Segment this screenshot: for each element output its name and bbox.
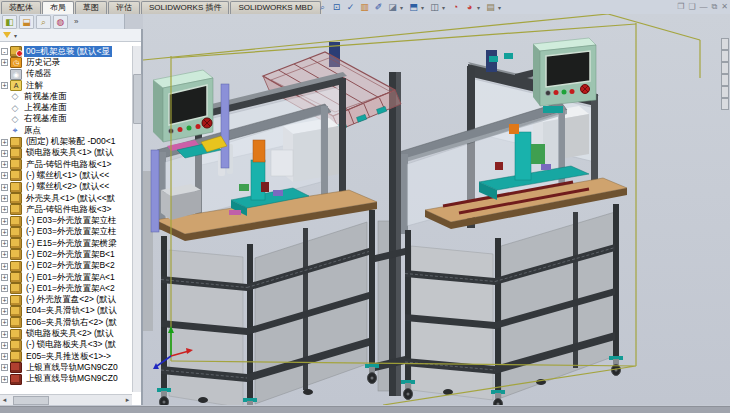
minimize-icon[interactable]: — bbox=[700, 2, 708, 12]
tree-expander[interactable]: + bbox=[1, 82, 8, 89]
filter-caret-icon[interactable]: ▾ bbox=[14, 32, 17, 39]
edit-appearance-icon[interactable]: ◕ bbox=[463, 1, 476, 13]
hide-show-items-icon[interactable]: ◔ bbox=[449, 1, 462, 13]
task-pane-tab-5[interactable] bbox=[721, 98, 729, 110]
tree-expander[interactable]: + bbox=[1, 139, 8, 146]
view-orientation-icon-dropdown[interactable]: ▾ bbox=[421, 4, 427, 11]
tree-item-2[interactable]: ◉传感器 bbox=[0, 69, 132, 80]
tree-vertical-scrollbar[interactable] bbox=[132, 46, 141, 392]
apply-scene-icon-dropdown[interactable]: ▾ bbox=[498, 4, 504, 11]
tree-item-9[interactable]: +锁电路板夹具<1> (默认 bbox=[0, 148, 132, 159]
tree-expander[interactable]: + bbox=[1, 297, 8, 304]
task-pane-tab-4[interactable] bbox=[721, 86, 729, 98]
tree-expander[interactable]: + bbox=[1, 353, 8, 360]
tree-item-20[interactable]: +(-) E01=外壳放置架A<1 bbox=[0, 272, 132, 283]
feature-tree-filter[interactable]: ▾ bbox=[0, 29, 141, 42]
tree-expander[interactable]: + bbox=[1, 285, 8, 292]
tree-item-14[interactable]: +产品-铸铝件电路板<3> bbox=[0, 204, 132, 215]
scrollbar-thumb[interactable] bbox=[133, 74, 142, 124]
tree-item-18[interactable]: +(-) E02=外壳放置架B<1 bbox=[0, 249, 132, 260]
command-tab-3[interactable]: 评估 bbox=[108, 1, 140, 14]
cascade-icon[interactable]: ❐ bbox=[677, 2, 684, 12]
tree-item-26[interactable]: +(-) 锁电路板夹具<3> (默 bbox=[0, 340, 132, 351]
tree-expander[interactable]: + bbox=[1, 150, 8, 157]
zoom-to-area-icon[interactable]: ⊡ bbox=[330, 1, 343, 13]
tree-item-0[interactable]: -00=机架总装 (默认<显 bbox=[0, 46, 132, 57]
tree-expander[interactable]: + bbox=[1, 251, 8, 258]
tree-item-8[interactable]: +(固定) 机架装配 -D00<1 bbox=[0, 136, 132, 147]
scroll-right-arrow[interactable]: ▸ bbox=[123, 396, 132, 404]
tree-item-11[interactable]: +(-) 螺丝机<1> (默认<< bbox=[0, 170, 132, 181]
toolbar-overflow-button[interactable]: » bbox=[74, 17, 78, 26]
insert-components-icon[interactable]: ⬓ bbox=[19, 15, 34, 29]
task-pane-tab-0[interactable] bbox=[721, 38, 729, 50]
tree-item-29[interactable]: +上银直线导轨MGN9CZ0 bbox=[0, 374, 132, 385]
assembly-scene[interactable] bbox=[143, 14, 730, 405]
tree-expander[interactable]: + bbox=[1, 364, 8, 371]
tree-expander[interactable]: + bbox=[1, 308, 8, 315]
tree-item-24[interactable]: +E06=夹具滑轨右<2> (默 bbox=[0, 317, 132, 328]
tree-expander[interactable]: + bbox=[1, 172, 8, 179]
tree-item-7[interactable]: ⌖原点 bbox=[0, 125, 132, 136]
tree-expander[interactable]: + bbox=[1, 184, 8, 191]
tree-item-16[interactable]: +(-) E03=外壳放置架立柱 bbox=[0, 227, 132, 238]
tree-item-10[interactable]: +产品-铸铝件电路板<1> bbox=[0, 159, 132, 170]
tree-expander[interactable]: + bbox=[1, 161, 8, 168]
command-tab-2[interactable]: 草图 bbox=[75, 1, 107, 14]
tree-expander[interactable]: - bbox=[1, 48, 8, 55]
tree-item-12[interactable]: +(-) 螺丝机<2> (默认<< bbox=[0, 182, 132, 193]
tree-expander[interactable]: + bbox=[1, 263, 8, 270]
tree-expander[interactable]: + bbox=[1, 342, 8, 349]
zoom-to-fit-icon[interactable]: ⌕ bbox=[316, 1, 329, 13]
tree-expander[interactable]: + bbox=[1, 274, 8, 281]
command-tab-5[interactable]: SOLIDWORKS MBD bbox=[230, 1, 320, 14]
close-icon[interactable]: ✕ bbox=[721, 2, 728, 12]
task-pane-tab-3[interactable] bbox=[721, 74, 729, 86]
component-preview-icon[interactable]: ⌕ bbox=[36, 15, 51, 29]
tree-item-1[interactable]: +◷历史记录 bbox=[0, 57, 132, 68]
tree-expander[interactable]: + bbox=[1, 218, 8, 225]
machine-station-right[interactable] bbox=[399, 38, 627, 405]
tree-item-17[interactable]: +(-) E15=外壳放置架横梁 bbox=[0, 238, 132, 249]
tree-item-22[interactable]: +(-) 外壳放置盘<2> (默认 bbox=[0, 295, 132, 306]
tree-expander[interactable]: + bbox=[1, 206, 8, 213]
tree-expander[interactable]: + bbox=[1, 331, 8, 338]
tree-expander[interactable]: + bbox=[1, 240, 8, 247]
estop-button-left[interactable] bbox=[202, 118, 212, 128]
apply-scene-icon[interactable]: ▤ bbox=[484, 1, 497, 13]
tree-expander[interactable]: + bbox=[1, 229, 8, 236]
tree-item-6[interactable]: ◇右视基准面 bbox=[0, 114, 132, 125]
tree-item-28[interactable]: +上银直线导轨MGN9CZ0 bbox=[0, 362, 132, 373]
sketch-icon[interactable]: ✐ bbox=[372, 1, 385, 13]
tree-item-25[interactable]: +锁电路板夹具<2> (默认 bbox=[0, 328, 132, 339]
scroll-left-arrow[interactable]: ◂ bbox=[0, 396, 9, 404]
tree-item-5[interactable]: ◇上视基准面 bbox=[0, 102, 132, 113]
tree-expander[interactable]: + bbox=[1, 59, 8, 66]
scrollbar-thumb[interactable] bbox=[13, 396, 49, 405]
task-pane-tab-2[interactable] bbox=[721, 62, 729, 74]
restore-icon[interactable]: ⧉ bbox=[712, 2, 718, 12]
tree-item-3[interactable]: +A注解 bbox=[0, 80, 132, 91]
tree-expander[interactable]: + bbox=[1, 195, 8, 202]
tree-item-15[interactable]: +(-) E03=外壳放置架立柱 bbox=[0, 215, 132, 226]
tree-expander[interactable]: + bbox=[1, 376, 8, 383]
edit-appearance-icon-dropdown[interactable]: ▾ bbox=[477, 4, 483, 11]
tree-item-21[interactable]: +(-) E01=外壳放置架A<2 bbox=[0, 283, 132, 294]
display-style-icon[interactable]: ◫ bbox=[428, 1, 441, 13]
section-view-icon[interactable]: ◪ bbox=[386, 1, 399, 13]
command-tab-1[interactable]: 布局 bbox=[42, 1, 74, 14]
task-pane-tab-1[interactable] bbox=[721, 50, 729, 62]
tree-item-4[interactable]: ◇前视基准面 bbox=[0, 91, 132, 102]
measure-icon[interactable]: ▥ bbox=[358, 1, 371, 13]
appearances-icon[interactable]: ◍ bbox=[53, 15, 68, 29]
tree-horizontal-scrollbar[interactable]: ◂ ▸ bbox=[0, 394, 132, 405]
tree-item-13[interactable]: +外壳夹具<1> (默认<<默 bbox=[0, 193, 132, 204]
display-style-icon-dropdown[interactable]: ▾ bbox=[442, 4, 448, 11]
tile-icon[interactable]: ❑ bbox=[688, 2, 695, 12]
graphics-area[interactable] bbox=[143, 14, 730, 405]
previous-view-icon[interactable]: ✓ bbox=[344, 1, 357, 13]
estop-button-right[interactable] bbox=[581, 85, 590, 94]
view-orientation-icon[interactable]: ⬒ bbox=[407, 1, 420, 13]
edit-component-icon[interactable]: ◧ bbox=[2, 15, 17, 29]
tree-item-23[interactable]: +E04=夹具滑轨<1> (默认 bbox=[0, 306, 132, 317]
